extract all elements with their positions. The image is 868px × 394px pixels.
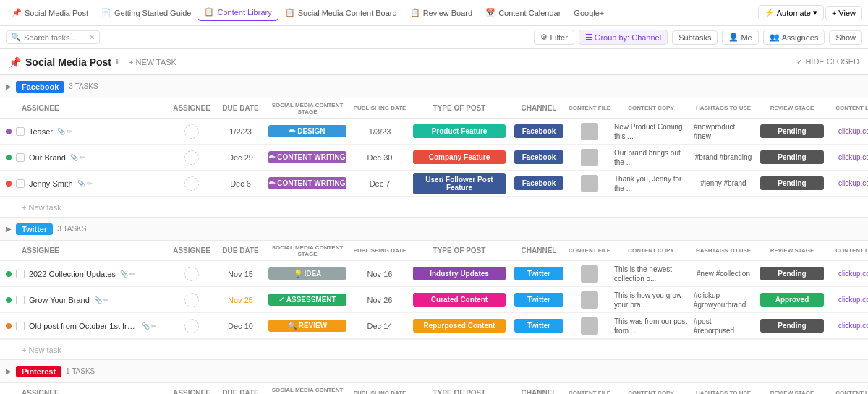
group-expand-icon-facebook[interactable]: ▶ [6, 82, 12, 90]
task-checkbox[interactable] [16, 270, 25, 278]
automate-icon: ⚡ [765, 8, 775, 17]
search-box[interactable]: 🔍 ✕ [6, 30, 100, 44]
col-header-publish: PUBLISHING DATE [351, 390, 409, 394]
hashtag-cell: #jenny #brand [691, 179, 756, 188]
nav-tab-google[interactable]: Google+ [568, 6, 610, 20]
publish-date-cell: 1/3/23 [351, 127, 409, 136]
view-button[interactable]: + View [825, 6, 862, 20]
assignees-button[interactable]: 👥 Assignees [763, 30, 825, 45]
nav-tab-content-board[interactable]: 📋 Social Media Content Board [279, 5, 403, 20]
group-badge-pinterest: Pinterest [16, 366, 61, 377]
publish-date-cell: Dec 7 [351, 179, 409, 188]
search-input[interactable] [24, 33, 86, 42]
attachment-icon: 📎 [57, 128, 65, 135]
table-row[interactable]: Our Brand 📎 ✏ Dec 29 ✏ CONTENT WRITING D… [0, 145, 868, 171]
hashtag-text: #clickup #growyourbrand [694, 291, 753, 309]
col-header-file: CONTENT FILE [568, 105, 611, 111]
task-checkbox[interactable] [16, 127, 25, 136]
nav-tab-social-media-post[interactable]: 📌 Social Media Post [6, 5, 94, 20]
group-expand-icon-pinterest[interactable]: ▶ [6, 367, 12, 375]
new-task-row[interactable]: + New task [0, 197, 868, 217]
task-color-dot [6, 297, 12, 303]
assignee-cell [166, 319, 217, 333]
task-checkbox[interactable] [16, 179, 25, 188]
nav-tab-content-library[interactable]: 📋 Content Library [198, 4, 277, 21]
table-row[interactable]: 2022 Collection Updates 📎 ✏ Nov 15 💡 IDE… [0, 261, 868, 287]
publish-date-cell: Nov 26 [351, 296, 409, 304]
task-checkbox[interactable] [16, 296, 25, 304]
new-task-button[interactable]: + NEW TASK [124, 56, 181, 68]
me-button[interactable]: 👤 Me [722, 30, 758, 45]
publish-date-cell: Nov 16 [351, 270, 409, 278]
content-copy-cell: This is the newest collection o... [611, 265, 691, 283]
automate-button[interactable]: ⚡ Automate ▾ [758, 5, 824, 20]
review-badge: Approved [760, 293, 824, 307]
info-icon: ℹ [116, 58, 119, 66]
col-header-copy: CONTENT COPY [611, 105, 691, 111]
hide-closed-button[interactable]: ✓ HIDE CLOSED [796, 57, 859, 67]
task-name: Our Brand [29, 153, 66, 162]
subtasks-button[interactable]: Subtasks [672, 30, 718, 45]
content-copy-text: Our brand brings out the ... [614, 148, 688, 167]
col-header-due: DUE DATE [217, 104, 264, 112]
list-icon-2: 📋 [285, 8, 295, 17]
col-header-review: REVIEW STAGE [756, 105, 828, 111]
search-clear-icon[interactable]: ✕ [89, 33, 95, 41]
col-header-hashtag: HASHTAGS TO USE [691, 247, 756, 254]
review-cell: Approved [756, 293, 828, 307]
col-header-link: CONTENT LINK [828, 390, 868, 394]
type-badge: Repurposed Content [413, 319, 506, 333]
group-header-twitter[interactable]: ▶ Twitter 3 TASKS [0, 218, 868, 241]
list-icon-1: 📋 [204, 7, 214, 17]
type-cell: Repurposed Content [409, 319, 510, 333]
review-cell: Pending [756, 150, 828, 164]
file-cell [568, 317, 611, 335]
assignee-placeholder [184, 176, 199, 191]
edit-icon: ✏ [103, 296, 109, 304]
content-link-cell: clickup.com [828, 296, 868, 304]
edit-icon: ✏ [87, 180, 93, 187]
table-row[interactable]: Old post from October 1st from IG 📎 ✏ De… [0, 313, 868, 339]
content-link-cell: clickup.com [828, 179, 868, 187]
col-header-channel: CHANNEL [510, 104, 568, 112]
group-expand-icon-twitter[interactable]: ▶ [6, 225, 12, 233]
assignee-cell [166, 176, 217, 191]
nav-tab-calendar[interactable]: 📅 Content Calendar [480, 5, 566, 20]
col-header-type: TYPE OF POST [409, 247, 510, 254]
review-badge: Pending [760, 176, 824, 190]
filter-button[interactable]: ⚙ Filter [534, 30, 574, 45]
group-section-pinterest: ▶ Pinterest 1 TASKS ASSIGNEE ASSIGNEE DU… [0, 360, 868, 394]
show-button[interactable]: Show [829, 30, 862, 45]
table-row[interactable]: Grow Your Brand 📎 ✏ Nov 25 ✓ ASSESSMENT … [0, 287, 868, 313]
group-header-pinterest[interactable]: ▶ Pinterest 1 TASKS [0, 360, 868, 383]
table-row[interactable]: Jenny Smith 📎 ✏ Dec 6 ✏ CONTENT WRITING … [0, 171, 868, 197]
due-date-cell: Nov 15 [217, 270, 264, 278]
group-header-facebook[interactable]: ▶ Facebook 3 TASKS [0, 75, 868, 98]
attachment-icon: 📎 [70, 154, 78, 161]
search-icon: 🔍 [11, 33, 21, 42]
page-header: 📌 Social Media Post ℹ + NEW TASK ✓ HIDE … [0, 49, 868, 75]
type-cell: User/ Follower Post Feature [409, 173, 510, 194]
type-badge: Industry Updates [413, 267, 506, 280]
nav-tab-review-board[interactable]: 📋 Review Board [404, 5, 478, 20]
table-row[interactable]: Teaser 📎 ✏ 1/2/23 ✏ DESIGN 1/3/23 Produc… [0, 119, 868, 145]
task-checkbox[interactable] [16, 153, 25, 162]
task-color-dot [6, 129, 12, 134]
group-by-button[interactable]: ☰ Group by: Channel [579, 30, 668, 45]
col-header-link: CONTENT LINK [828, 105, 868, 111]
task-name-cell: Grow Your Brand 📎 ✏ [0, 296, 166, 304]
assignee-placeholder [184, 267, 199, 281]
task-checkbox[interactable] [16, 322, 25, 330]
nav-tab-getting-started[interactable]: 📄 Getting Started Guide [95, 5, 197, 20]
hashtag-cell: #post #reporpused [691, 317, 756, 335]
new-task-row[interactable]: + New task [0, 339, 868, 359]
col-headers-twitter: ASSIGNEE ASSIGNEE DUE DATE SOCIAL MEDIA … [0, 241, 868, 261]
content-copy-cell: This is how you grow your bra... [611, 291, 691, 309]
due-date-cell: Dec 10 [217, 322, 264, 330]
col-header-assignee: ASSIGNEE [166, 247, 217, 254]
stage-badge: ✏ CONTENT WRITING [268, 151, 346, 163]
task-name: Jenny Smith [29, 179, 73, 188]
file-cell [568, 175, 611, 192]
page-title: 📌 Social Media Post ℹ [9, 56, 119, 68]
list-icon-3: 📋 [410, 8, 420, 17]
